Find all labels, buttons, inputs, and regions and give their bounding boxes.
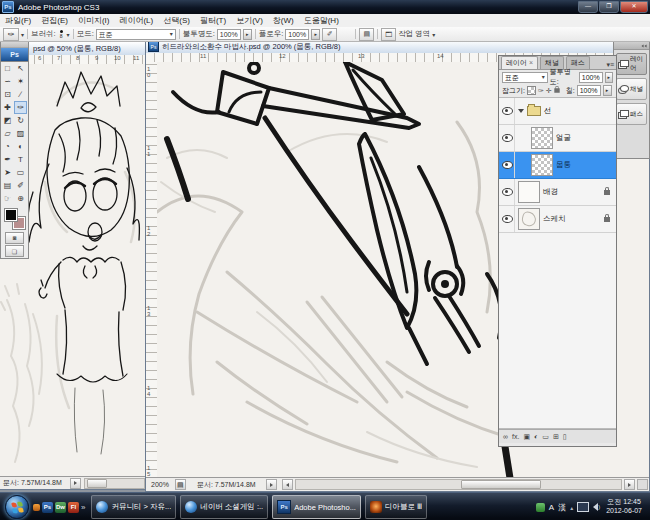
brush-preview[interactable]: 8 (58, 30, 65, 38)
taskbar-button-diablo[interactable]: 디아블로 Ⅲ (365, 495, 427, 519)
blend-mode-select[interactable]: 표준 ▾ (502, 72, 548, 83)
taskbar-button-naver-game[interactable]: 네이버 소셜게임 :.. (180, 495, 268, 519)
layer-row-sketch[interactable]: 스케치 (499, 206, 616, 233)
quicklaunch-overflow-icon[interactable]: » (81, 503, 85, 512)
opacity-spinner[interactable]: ▸ (243, 29, 252, 40)
scroll-left-arrow-icon[interactable] (282, 479, 293, 490)
layer-thumbnail[interactable] (531, 127, 553, 149)
flow-input[interactable]: 100% (285, 29, 309, 40)
blur-tool[interactable]: ◔ (1, 140, 14, 153)
move-tool[interactable]: ↖ (14, 62, 27, 75)
dock-button-channels[interactable]: 채널 (616, 78, 647, 100)
scroll-right-arrow-icon[interactable] (624, 479, 635, 490)
fill-spinner[interactable]: ▸ (603, 85, 612, 96)
lock-all-icon[interactable] (554, 88, 559, 93)
panel-menu-icon[interactable]: ▾≡ (606, 61, 614, 69)
layer-row-body[interactable]: 몸통 (499, 152, 616, 179)
ime-latin-indicator[interactable]: A (549, 503, 554, 512)
dock-button-layers[interactable]: 레이어 (616, 53, 647, 75)
slice-tool[interactable]: ∕ (14, 88, 27, 101)
group-expander-icon[interactable] (518, 109, 524, 113)
tab-close-icon[interactable]: × (529, 59, 533, 66)
delete-layer-icon[interactable]: ▯ (563, 433, 567, 441)
type-tool[interactable]: T (14, 153, 27, 166)
layer-thumbnail[interactable] (518, 208, 540, 230)
history-brush-tool[interactable]: ↻ (14, 114, 27, 127)
hand-tool[interactable]: ☞ (1, 192, 14, 205)
lock-pixels-icon[interactable]: ✑ (538, 87, 544, 95)
layer-style-icon[interactable]: fx. (512, 433, 519, 440)
flow-spinner[interactable]: ▸ (311, 29, 320, 40)
brush-tool[interactable]: ✑ (14, 101, 27, 114)
adjustment-layer-icon[interactable]: ◐ (534, 433, 538, 440)
opacity-input[interactable]: 100% (217, 29, 241, 40)
antivirus-tray-icon[interactable] (536, 503, 545, 512)
path-selection-tool[interactable]: ➤ (1, 166, 14, 179)
shape-tool[interactable]: ▭ (14, 166, 27, 179)
visibility-toggle[interactable] (501, 206, 515, 232)
ime-hanja-indicator[interactable]: 漢 (558, 502, 566, 513)
layer-thumbnail[interactable] (531, 154, 553, 176)
zoom-tool[interactable]: ⊕ (14, 192, 27, 205)
center-document-titlebar[interactable]: Ps 히드라와의소환수 마법사.psd @ 200% (몸통, RGB/8) (146, 40, 649, 54)
visibility-toggle[interactable] (501, 125, 515, 151)
menu-file[interactable]: 파일(F) (0, 15, 36, 26)
lasso-tool[interactable]: ∽ (1, 75, 14, 88)
menu-window[interactable]: 창(W) (268, 15, 299, 26)
start-button[interactable] (5, 495, 29, 519)
visibility-toggle[interactable] (501, 98, 515, 124)
tab-layers[interactable]: 레이어 × (501, 56, 538, 69)
status-menu-arrow-icon[interactable] (70, 478, 81, 489)
brush-tool-preset-icon[interactable]: ✑ (3, 28, 19, 41)
brush-picker-caret-icon[interactable]: ▾ (67, 31, 70, 38)
quick-mask-button[interactable]: ◙ (5, 232, 24, 244)
status-menu-arrow-icon[interactable] (266, 479, 277, 490)
photoshop-logo-tile[interactable]: Ps (1, 48, 28, 62)
healing-brush-tool[interactable]: ✚ (1, 101, 14, 114)
workspace-dropdown[interactable]: 🗔 작업 영역 ▾ (381, 28, 435, 41)
pen-tool[interactable]: ✒ (1, 153, 14, 166)
menu-view[interactable]: 보기(V) (231, 15, 268, 26)
quicklaunch-flash-icon[interactable]: Fl (68, 502, 79, 513)
rectangular-marquee-tool[interactable]: □ (1, 62, 14, 75)
airbrush-toggle-icon[interactable]: ✐ (322, 28, 337, 41)
page-preview-icon[interactable]: ▤ (175, 479, 186, 490)
menu-edit[interactable]: 편집(E) (36, 15, 73, 26)
link-layers-icon[interactable]: ∞ (503, 433, 508, 440)
menu-filter[interactable]: 필터(T) (195, 15, 231, 26)
new-layer-icon[interactable]: ⊞ (553, 433, 559, 441)
resize-grip[interactable] (637, 479, 648, 490)
gradient-tool[interactable]: ▨ (14, 127, 27, 140)
visibility-toggle[interactable] (501, 179, 515, 205)
palette-well-icon[interactable]: ▤ (359, 28, 374, 41)
menu-help[interactable]: 도움말(H) (299, 15, 344, 26)
panel-opacity-input[interactable]: 100% (579, 72, 603, 83)
volume-tray-icon[interactable]: ) (593, 503, 600, 511)
taskbar-button-photoshop[interactable]: Ps Adobe Photosho... (272, 495, 361, 519)
left-doc-hscrollbar[interactable] (84, 478, 145, 489)
lock-position-icon[interactable]: ✛ (546, 87, 552, 95)
eyedropper-tool[interactable]: ✐ (14, 179, 27, 192)
center-doc-hscrollbar[interactable] (295, 479, 622, 490)
taskbar-clock[interactable]: 오전 12:45 2012-06-07 (604, 498, 646, 516)
dock-button-paths[interactable]: 패스 (616, 103, 647, 125)
clone-stamp-tool[interactable]: ◩ (1, 114, 14, 127)
show-hidden-icons-arrow[interactable]: ▴ (570, 504, 573, 511)
quicklaunch-dreamweaver-icon[interactable]: Dw (55, 502, 66, 513)
layer-mask-icon[interactable]: ▣ (523, 433, 530, 441)
layer-row-face[interactable]: 얼굴 (499, 125, 616, 152)
screen-mode-button[interactable]: ❏ (5, 245, 24, 257)
close-button[interactable]: ✕ (620, 1, 648, 13)
eraser-tool[interactable]: ▱ (1, 127, 14, 140)
layer-thumbnail[interactable] (518, 181, 540, 203)
tool-preset-caret-icon[interactable]: ▾ (21, 31, 24, 38)
visibility-toggle[interactable] (501, 152, 515, 178)
magic-wand-tool[interactable]: ✶ (14, 75, 27, 88)
maximize-button[interactable]: ❐ (599, 1, 619, 13)
panel-opacity-spinner[interactable]: ▸ (605, 72, 613, 83)
mode-select[interactable]: 표준 ▾ (96, 29, 176, 40)
network-tray-icon[interactable] (577, 502, 589, 512)
dodge-tool[interactable]: ◐ (14, 140, 27, 153)
layer-row-group[interactable]: 선 (499, 98, 616, 125)
foreground-color-swatch[interactable] (4, 208, 18, 222)
